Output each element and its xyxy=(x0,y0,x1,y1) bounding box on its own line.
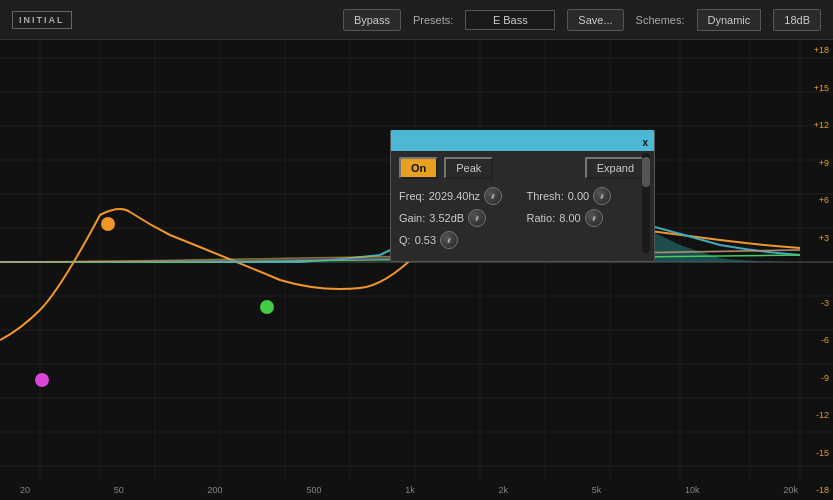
band-modal: x On Peak Expand Freq: 2029.40hz Gain: 3… xyxy=(390,130,655,262)
db-label-3p: +3 xyxy=(802,233,829,243)
header: INITIAL Bypass Presets: Save... Schemes:… xyxy=(0,0,833,40)
gain-label: Gain: xyxy=(399,212,425,224)
db-label-12n: -12 xyxy=(802,410,829,420)
db-label-12p: +12 xyxy=(802,120,829,130)
db-label-6n: -6 xyxy=(802,335,829,345)
modal-scrollbar-thumb[interactable] xyxy=(642,157,650,187)
freq-1k: 1k xyxy=(405,485,415,495)
gain-knob[interactable] xyxy=(468,209,486,227)
db-label-15p: +15 xyxy=(802,83,829,93)
schemes-label: Schemes: xyxy=(636,14,685,26)
db-label-18n: -18 xyxy=(802,485,829,495)
freq-scale: 20 50 200 500 1k 2k 5k 10k 20k xyxy=(20,480,798,500)
modal-body: Freq: 2029.40hz Gain: 3.52dB Q: 0.53 xyxy=(391,183,654,253)
tab-peak[interactable]: Peak xyxy=(444,157,493,179)
scheme-dropdown[interactable]: Dynamic xyxy=(697,9,762,31)
modal-tabs: On Peak Expand xyxy=(391,151,654,183)
modal-header: x xyxy=(391,133,654,151)
db-label-3n: -3 xyxy=(802,298,829,308)
freq-label: Freq: xyxy=(399,190,425,202)
band2-handle[interactable] xyxy=(101,217,115,231)
bypass-button[interactable]: Bypass xyxy=(343,9,401,31)
thresh-value: 0.00 xyxy=(568,190,589,202)
q-label: Q: xyxy=(399,234,411,246)
freq-2k: 2k xyxy=(499,485,509,495)
logo: INITIAL xyxy=(12,11,72,29)
save-button[interactable]: Save... xyxy=(567,9,623,31)
freq-5k: 5k xyxy=(592,485,602,495)
db-scale: +18 +15 +12 +9 +6 +3 -3 -6 -9 -12 -15 -1… xyxy=(798,40,833,500)
db-label-15n: -15 xyxy=(802,448,829,458)
thresh-knob[interactable] xyxy=(593,187,611,205)
db-label-18p: +18 xyxy=(802,45,829,55)
freq-10k: 10k xyxy=(685,485,700,495)
ratio-label: Ratio: xyxy=(527,212,556,224)
db-label-9p: +9 xyxy=(802,158,829,168)
gain-value: 3.52dB xyxy=(429,212,464,224)
tab-on[interactable]: On xyxy=(399,157,438,179)
freq-50: 50 xyxy=(114,485,124,495)
q-knob[interactable] xyxy=(440,231,458,249)
freq-param: Freq: 2029.40hz Gain: 3.52dB Q: 0.53 xyxy=(399,187,519,249)
q-value: 0.53 xyxy=(415,234,436,246)
svg-rect-0 xyxy=(0,40,833,500)
ratio-value: 8.00 xyxy=(559,212,580,224)
band3-handle[interactable] xyxy=(260,300,274,314)
band1-handle[interactable] xyxy=(35,373,49,387)
freq-20: 20 xyxy=(20,485,30,495)
freq-20k: 20k xyxy=(783,485,798,495)
thresh-label: Thresh: xyxy=(527,190,564,202)
freq-knob[interactable] xyxy=(484,187,502,205)
freq-200: 200 xyxy=(208,485,223,495)
eq-svg xyxy=(0,40,833,500)
db-label-9n: -9 xyxy=(802,373,829,383)
modal-scrollbar[interactable] xyxy=(642,153,650,253)
freq-value: 2029.40hz xyxy=(429,190,480,202)
tab-expand[interactable]: Expand xyxy=(585,157,646,179)
eq-area[interactable]: x On Peak Expand Freq: 2029.40hz Gain: 3… xyxy=(0,40,833,500)
ratio-knob[interactable] xyxy=(585,209,603,227)
presets-label: Presets: xyxy=(413,14,453,26)
db-label-6p: +6 xyxy=(802,195,829,205)
freq-500: 500 xyxy=(306,485,321,495)
preset-input[interactable] xyxy=(465,10,555,30)
dyn-params: Thresh: 0.00 Ratio: 8.00 xyxy=(527,187,647,249)
modal-close-button[interactable]: x xyxy=(642,137,648,148)
db-button[interactable]: 18dB xyxy=(773,9,821,31)
